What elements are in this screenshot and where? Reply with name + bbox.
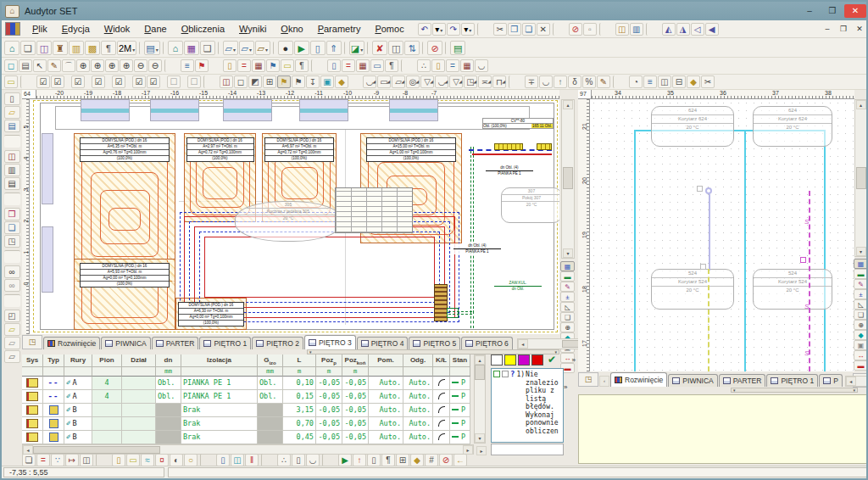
- toolbar-icon[interactable]: ▦: [854, 259, 868, 269]
- toolbar-icon[interactable]: ▩: [85, 41, 100, 55]
- toolbar-icon[interactable]: ✎: [47, 59, 61, 72]
- maximize-button[interactable]: ❒: [821, 4, 843, 18]
- toolbar-icon[interactable]: ⊕: [120, 59, 133, 72]
- toolbar-icon[interactable]: %: [582, 75, 596, 88]
- scroll-down-icon[interactable]: ▾: [856, 247, 866, 256]
- floor-tab[interactable]: PIĘTRO 5: [409, 337, 460, 349]
- column-header[interactable]: Sys: [22, 354, 43, 367]
- toolbar-icon[interactable]: [4, 294, 20, 307]
- toolbar-icon[interactable]: ◫: [388, 41, 403, 55]
- toolbar-icon[interactable]: ∴: [417, 59, 431, 72]
- column-header[interactable]: Dział: [122, 354, 156, 367]
- toolbar-icon[interactable]: ❏: [522, 23, 536, 36]
- toolbar-icon[interactable]: ⚑: [292, 75, 305, 88]
- toolbar-icon[interactable]: ▱: [4, 350, 20, 363]
- toolbar-icon[interactable]: =: [342, 59, 355, 72]
- close-button[interactable]: ✕: [844, 4, 866, 18]
- toolbar-icon[interactable]: ∴: [277, 454, 291, 466]
- floor-tab[interactable]: PIĘTRO 1: [766, 374, 818, 387]
- toolbar-icon[interactable]: [311, 59, 325, 72]
- toolbar-icon[interactable]: ✎: [597, 75, 610, 88]
- toolbar-icon[interactable]: ∓: [525, 75, 538, 88]
- toolbar-icon[interactable]: [477, 23, 491, 36]
- toolbar-icon[interactable]: ∵: [51, 454, 64, 466]
- toolbar-icon[interactable]: ❏: [20, 41, 36, 55]
- column-header[interactable]: Stan: [450, 354, 470, 367]
- floor-tab[interactable]: PIWNICA: [668, 374, 717, 387]
- toolbar-icon[interactable]: ◫: [220, 75, 233, 88]
- splitter-handle[interactable]: ▾ ▾: [731, 388, 858, 393]
- toolbar-icon[interactable]: ❏: [22, 454, 36, 466]
- table-row[interactable]: -- ✐A 4 Obl. PIANKA PE 1 Obl. 0,10 -0,05…: [22, 377, 470, 390]
- toolbar-icon[interactable]: ▬: [854, 269, 868, 279]
- toolbar-icon[interactable]: =: [237, 59, 251, 72]
- toolbar-icon[interactable]: ↑: [554, 75, 567, 88]
- toolbar-icon[interactable]: ↖: [33, 59, 47, 72]
- table-row[interactable]: ✐B Brak 0,70 -0,05 -0,05 Auto. Auto. P: [22, 417, 470, 431]
- toolbar-icon[interactable]: ♜: [53, 41, 68, 55]
- right-panel-vscrollbar[interactable]: ▴ ▾: [854, 99, 867, 257]
- column-header[interactable]: Pion: [92, 354, 122, 367]
- manifold[interactable]: [434, 284, 448, 321]
- toolbar-icon[interactable]: ◫: [80, 454, 93, 466]
- column-header[interactable]: Rury: [64, 354, 92, 367]
- table-vscrollbar[interactable]: ▴ ▾: [474, 354, 486, 444]
- toolbar-icon[interactable]: [218, 42, 220, 54]
- scroll-up-icon[interactable]: ▴: [475, 355, 485, 365]
- print-preview-icon[interactable]: ◳: [578, 372, 598, 387]
- toolbar-icon[interactable]: ☐: [167, 75, 181, 88]
- toolbar-icon[interactable]: ▱: [239, 41, 254, 55]
- column-header[interactable]: Odg.: [403, 354, 433, 367]
- toolbar-icon[interactable]: ◪: [349, 41, 364, 55]
- floor-tab[interactable]: PIWNICA: [101, 337, 150, 349]
- toolbar-icon[interactable]: [401, 59, 415, 72]
- toolbar-icon[interactable]: ⊘: [427, 41, 442, 55]
- toolbar-icon[interactable]: ⊕: [560, 322, 575, 332]
- column-header[interactable]: Pozp: [316, 354, 342, 367]
- mdi-close-button[interactable]: ✕: [853, 25, 866, 33]
- toolbar-icon[interactable]: ▦: [184, 41, 199, 55]
- more-tools-icon[interactable]: »: [564, 383, 567, 391]
- toolbar-icon[interactable]: [422, 42, 425, 54]
- column-header[interactable]: Izolacja: [181, 354, 258, 367]
- floor-tab[interactable]: PARTER: [152, 337, 199, 349]
- scroll-up-icon[interactable]: ▴: [856, 100, 866, 109]
- toolbar-icon[interactable]: ◡: [306, 454, 320, 466]
- toolbar-icon[interactable]: ⊟: [672, 75, 686, 88]
- toolbar-icon[interactable]: ⊕: [91, 59, 104, 72]
- table-row[interactable]: -- ✐A 4 Obl. PIANKA PE 1 Obl. 0,15 -0,05…: [22, 390, 470, 404]
- toolbar-icon[interactable]: ≡: [643, 75, 657, 88]
- toolbar-icon[interactable]: [203, 75, 217, 88]
- toolbar-icon[interactable]: ☑: [112, 75, 125, 88]
- toolbar-icon[interactable]: ▯: [216, 454, 230, 466]
- toolbar-icon[interactable]: ◳: [4, 235, 20, 248]
- toolbar-icon[interactable]: ≡: [181, 59, 194, 72]
- toolbar-icon[interactable]: ⊕: [76, 59, 90, 72]
- toolbar-icon[interactable]: ◀: [705, 23, 719, 36]
- scroll-left-icon[interactable]: ◂: [518, 339, 528, 349]
- scroll-down-icon[interactable]: ▾: [475, 433, 485, 443]
- toolbar-icon[interactable]: ▱: [4, 337, 20, 349]
- floor-tab[interactable]: PARTER: [719, 374, 766, 387]
- menu-item[interactable]: Widok: [97, 22, 137, 36]
- toolbar-icon[interactable]: ⊞: [396, 454, 409, 466]
- toolbar-icon[interactable]: ▦: [252, 59, 265, 72]
- toolbar-icon[interactable]: ●: [278, 41, 293, 55]
- toolbar-icon[interactable]: ⌂: [168, 41, 183, 55]
- toolbar-icon[interactable]: ⊕: [854, 320, 868, 330]
- toolbar-icon[interactable]: [367, 42, 370, 54]
- toolbar-icon[interactable]: ✎: [854, 279, 868, 289]
- title-bar[interactable]: ⌂ Audytor SET – ❒ ✕: [2, 2, 868, 20]
- toolbar-icon[interactable]: ▦: [356, 59, 370, 72]
- toolbar-icon[interactable]: ◆: [854, 330, 868, 340]
- toolbar-icon[interactable]: ▱: [255, 41, 270, 55]
- toolbar-icon[interactable]: ▽: [420, 75, 434, 88]
- toolbar-icon[interactable]: [344, 42, 347, 54]
- menu-item[interactable]: Parametry: [311, 22, 368, 36]
- toolbar-icon[interactable]: ▽: [449, 75, 463, 88]
- toolbar-icon[interactable]: ▯: [112, 454, 125, 466]
- toolbar-icon[interactable]: ❏: [200, 41, 215, 55]
- tabs-scroll-left-icon[interactable]: ‹: [599, 376, 609, 387]
- toolbar-icon[interactable]: ¤: [155, 454, 169, 466]
- toolbar-icon[interactable]: ▤: [19, 59, 32, 72]
